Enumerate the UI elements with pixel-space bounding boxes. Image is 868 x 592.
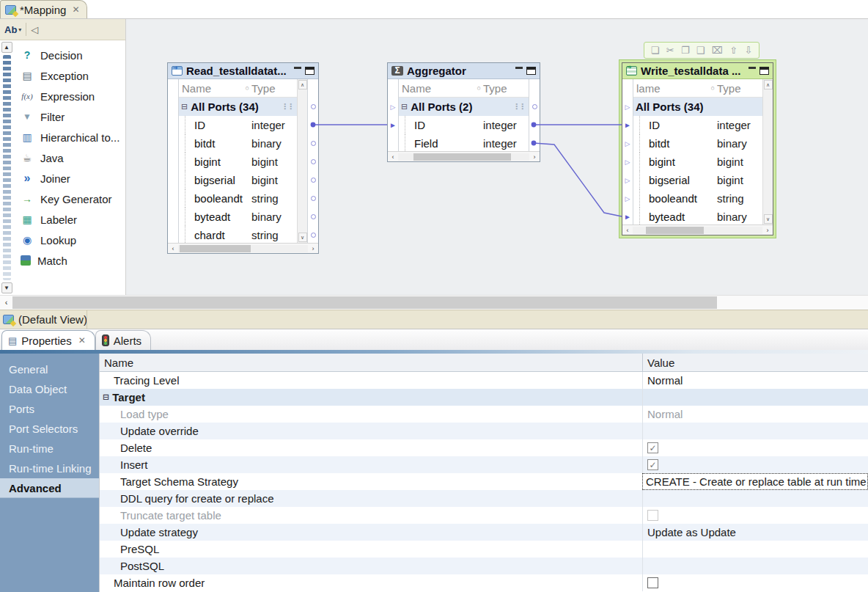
property-value[interactable]	[642, 389, 868, 406]
transformation-header[interactable]: Write_testalldata ...	[622, 63, 773, 79]
port-row[interactable]: bitdtbinary	[179, 134, 297, 153]
scroll-right-arrow[interactable]: ›	[529, 153, 540, 161]
port-row[interactable]: byteadtbinary	[633, 208, 762, 224]
palette-item-filter[interactable]: ▼Filter	[13, 106, 125, 127]
port-row[interactable]: chardtstring	[179, 226, 297, 243]
column-type-label[interactable]: Type	[483, 82, 529, 95]
nav-item-port-selectors[interactable]: Port Selectors	[0, 419, 99, 439]
port-circle-icon[interactable]	[311, 196, 316, 201]
cut-icon[interactable]: ✂	[666, 45, 674, 56]
scroll-up-arrow[interactable]: ∧	[764, 80, 773, 89]
scroll-up-arrow[interactable]: ∧	[298, 80, 307, 89]
property-row[interactable]: Load typeNormal	[100, 406, 868, 423]
scroll-down-arrow[interactable]: ∨	[298, 233, 307, 242]
delete-icon[interactable]: ⌧	[712, 45, 723, 56]
column-type-label[interactable]: Type	[251, 82, 297, 95]
transformation-write[interactable]: Write_testalldata ...▷►▷▷▷▷►lame○TypeAll…	[622, 62, 773, 235]
tab-mapping[interactable]: *Mapping ✕	[0, 0, 87, 18]
palette-item-joiner[interactable]: »Joiner	[13, 168, 125, 189]
port-row[interactable]: IDinteger	[633, 116, 762, 134]
column-type-label[interactable]: Type	[717, 82, 762, 95]
port-row[interactable]: bigintbigint	[179, 153, 297, 171]
mapping-canvas[interactable]: ❏✂❐❑⌧⇧⇩ Read_testalldatat...Name○Type⊟Al…	[126, 19, 868, 295]
scroll-left-arrow[interactable]: ‹	[622, 227, 633, 234]
maximize-icon[interactable]	[305, 67, 315, 75]
palette-item-decision[interactable]: ?Decision	[13, 45, 125, 65]
property-row[interactable]: Truncate target table	[100, 507, 868, 524]
scrollbar-thumb[interactable]	[646, 227, 705, 234]
scrollbar-thumb[interactable]	[180, 245, 251, 252]
property-row[interactable]: Delete✓	[100, 439, 868, 456]
horizontal-scrollbar[interactable]: ‹›	[168, 243, 318, 253]
collapse-palette-button[interactable]: ◁	[31, 24, 38, 35]
maximize-icon[interactable]	[760, 67, 769, 75]
property-row[interactable]: Insert✓	[100, 456, 868, 473]
transformation-agg[interactable]: ΣAggregator▷►Name○Type⊟All Ports (2)⋮⋮ID…	[387, 62, 540, 162]
property-row[interactable]: PostSQL	[100, 558, 868, 574]
nav-item-general[interactable]: General	[0, 359, 99, 379]
vertical-scrollbar[interactable]: ∧∨	[297, 79, 307, 243]
port-row[interactable]: IDinteger	[399, 116, 529, 134]
scroll-down-arrow[interactable]: ∨	[764, 214, 773, 224]
palette-item-lookup[interactable]: ◉Lookup	[13, 230, 125, 250]
new-icon[interactable]: ❏	[651, 45, 660, 56]
nav-item-run-time-linking[interactable]: Run-time Linking	[0, 458, 99, 478]
scroll-left-arrow[interactable]: ‹	[0, 296, 12, 310]
palette-item-java[interactable]: ☕Java	[13, 147, 125, 168]
scroll-right-arrow[interactable]: ›	[308, 245, 318, 252]
horizontal-scrollbar[interactable]: ‹›	[388, 151, 540, 161]
port-circle-icon[interactable]	[311, 141, 316, 146]
tab-alerts[interactable]: Alerts	[95, 330, 151, 350]
nav-item-advanced[interactable]: Advanced	[0, 478, 99, 498]
port-row[interactable]: booleandtstring	[179, 189, 297, 208]
column-name-label[interactable]: lame	[636, 82, 711, 95]
palette-item-match[interactable]: Match	[13, 250, 125, 271]
checkbox-delete[interactable]: ✓	[647, 442, 658, 453]
property-value[interactable]: ✓	[642, 439, 868, 456]
collapse-group-icon[interactable]: ⊟	[181, 102, 188, 112]
property-value[interactable]: Normal	[642, 372, 868, 389]
close-icon[interactable]: ✕	[78, 335, 86, 346]
property-value[interactable]	[642, 423, 868, 439]
minimize-icon[interactable]	[515, 67, 523, 69]
property-value[interactable]: Normal	[642, 406, 868, 423]
maximize-icon[interactable]	[526, 67, 536, 75]
port-row[interactable]: bitdtbinary	[633, 134, 762, 153]
scrollbar-thumb[interactable]	[413, 153, 510, 161]
import-icon[interactable]: ⇩	[744, 45, 752, 56]
property-row[interactable]: ⊟Target	[100, 389, 868, 406]
transformation-header[interactable]: ΣAggregator	[388, 63, 540, 79]
property-row[interactable]: PreSQL	[100, 541, 868, 558]
port-row[interactable]: Fieldinteger	[399, 134, 529, 151]
port-circle-icon[interactable]	[311, 178, 316, 183]
checkbox-truncate-target-table[interactable]	[647, 510, 658, 521]
nav-item-data-object[interactable]: Data Object	[0, 379, 99, 399]
port-circle-icon[interactable]	[311, 104, 316, 109]
port-row[interactable]: byteadtbinary	[179, 208, 297, 226]
export-icon[interactable]: ⇧	[729, 45, 738, 56]
port-row[interactable]: IDinteger	[179, 116, 297, 134]
property-value[interactable]	[642, 507, 868, 524]
transformation-header[interactable]: Read_testalldatat...	[168, 63, 318, 79]
minimize-icon[interactable]	[294, 67, 301, 69]
scrollbar-thumb[interactable]	[12, 296, 717, 309]
collapse-group-icon[interactable]: ⊟	[401, 102, 408, 112]
vertical-scrollbar[interactable]: ∧∨	[762, 79, 773, 224]
view-selector-bar[interactable]: (Default View)	[0, 310, 868, 329]
property-row[interactable]: Update strategyUpdate as Update	[100, 524, 868, 541]
column-name-label[interactable]: Name	[402, 82, 477, 95]
port-row[interactable]: bigserialbigint	[179, 171, 297, 189]
horizontal-scrollbar[interactable]: ‹›	[622, 224, 773, 235]
collapse-group-icon[interactable]: ⊟	[103, 392, 109, 402]
select-tool-button[interactable]: Ab ▾	[4, 24, 21, 35]
canvas-horizontal-scrollbar[interactable]: ‹	[0, 295, 868, 310]
checkbox-maintain-row-order[interactable]	[647, 577, 658, 588]
tab-properties[interactable]: ▤ Properties ✕	[1, 330, 95, 350]
scroll-right-arrow[interactable]: ›	[762, 227, 773, 234]
palette-item-exception[interactable]: ▤Exception	[13, 65, 125, 86]
port-row[interactable]: booleandtstring	[633, 189, 762, 208]
palette-scroll-down[interactable]: ▼	[1, 282, 12, 293]
property-row[interactable]: Update override	[100, 423, 868, 439]
column-name-label[interactable]: Name	[182, 82, 246, 95]
palette-item-labeler[interactable]: ▦Labeler	[13, 209, 125, 230]
